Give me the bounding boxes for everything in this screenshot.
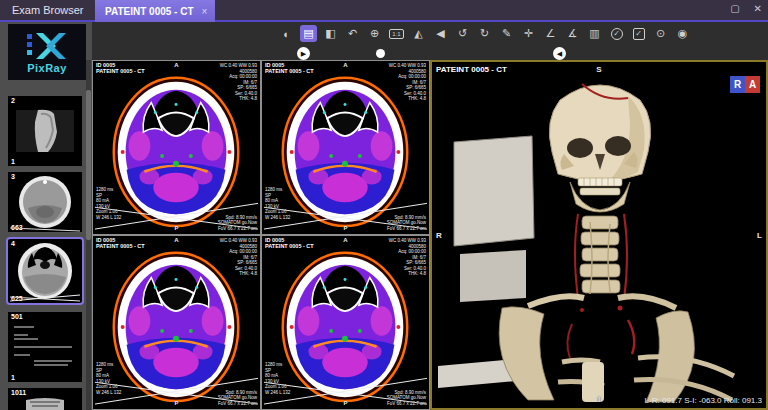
series-sidebar: PixRay 2 1 3 663 — [0, 22, 92, 410]
thumb-bottom-label: 663 — [11, 224, 23, 231]
orientation-marker-inferior: I — [598, 395, 600, 404]
thumb-bottom-label: 625 — [11, 295, 23, 302]
layers-icon[interactable]: ▤ — [300, 25, 317, 42]
panel3d-title: PATEINT 0005 - CT — [436, 65, 507, 74]
thumb-bottom-label: 1 — [11, 374, 15, 381]
brain-thumb-image-selected — [8, 239, 82, 303]
overlay-visibility-icon[interactable]: ◉ — [674, 25, 691, 42]
flip-vertical-icon[interactable]: ◀ — [432, 25, 449, 42]
ct-viewport[interactable]: ID 0005 PATEINT 0005 - CT A WC 0.40 WW 0… — [92, 60, 261, 235]
scanner-overlay: Spd: 8.90 mm/s SOMATOM go.Now FoV 66.7 x… — [218, 215, 257, 232]
technique-overlay: 1280 ms SP 80 mA 130 kV Zoom 1.06 W 246 … — [265, 362, 290, 395]
actual-size-icon[interactable]: 1:1 — [388, 25, 405, 42]
patient-id-overlay: ID 0005 PATEINT 0005 - CT — [96, 63, 145, 74]
sidebar-scrollbar[interactable] — [86, 60, 91, 410]
orientation-marker-left: L — [757, 231, 762, 240]
scanner-overlay: Spd: 8.90 mm/s SOMATOM go.Now FoV 66.7 x… — [218, 390, 257, 407]
technique-overlay: 1280 ms SP 80 mA 130 kV Zoom 1.06 W 246 … — [96, 187, 121, 220]
acquisition-overlay: WC 0.40 WW 0.93 4000580 Acq: 00:00:00 IM… — [220, 63, 257, 102]
series-thumbnail-dose-report[interactable]: 501 1 — [8, 312, 82, 382]
window-controls: ▢ ✕ — [730, 3, 762, 14]
series-thumbnail-scout-2[interactable]: 1011 — [8, 388, 82, 410]
orientation-marker-anterior: A — [343, 63, 347, 69]
cine-transport: ▶ ◀ — [92, 47, 768, 61]
tab-patient-0005-ct[interactable]: PATEINT 0005 - CT × — [95, 0, 215, 22]
invert-icon[interactable]: ◧ — [322, 25, 339, 42]
thumb-bottom-label: 1 — [11, 158, 15, 165]
orientation-marker-posterior: P — [174, 401, 178, 407]
thumb-top-label: 3 — [11, 173, 15, 180]
pixray-logo-text: PixRay — [27, 62, 67, 74]
toolbar: ◐▤◧↶⊕1:1◭◀↺↻✎✛∠∡▥✓✓⊙◉ ▶ ◀ — [92, 22, 768, 60]
scanner-overlay: Spd: 8.90 mm/s SOMATOM go.Now FoV 66.7 x… — [387, 215, 426, 232]
technique-overlay: 1280 ms SP 80 mA 130 kV Zoom 1.06 W 246 … — [96, 362, 121, 395]
exam-browser-label[interactable]: Exam Browser — [12, 4, 84, 16]
patient-id-overlay: ID 0005 PATEINT 0005 - CT — [265, 63, 314, 74]
orientation-marker-posterior: P — [174, 226, 178, 232]
contrast-icon[interactable]: ◐ — [278, 25, 295, 42]
orientation-marker-superior: S — [596, 65, 601, 74]
volume-render-panel[interactable]: PATEINT 0005 - CT S I R L R A L-R: 091.7… — [430, 60, 768, 410]
prev-button[interactable]: ◀ — [553, 47, 566, 60]
series-thumbnail-brain-1[interactable]: 3 663 — [8, 172, 82, 232]
tab-label: PATEINT 0005 - CT — [105, 6, 194, 17]
thumb-top-label: 501 — [11, 313, 23, 320]
annotate-icon[interactable]: ✎ — [498, 25, 515, 42]
undo-icon[interactable]: ↶ — [344, 25, 361, 42]
thumb-top-label: 1011 — [11, 389, 26, 396]
titlebar: Exam Browser PATEINT 0005 - CT × ▢ ✕ — [0, 0, 768, 22]
series-thumbnail-brain-selected[interactable]: 4 625 — [8, 239, 82, 303]
orientation-marker-right: R — [436, 231, 442, 240]
orientation-marker-anterior: A — [343, 238, 347, 244]
viewport-grid: ID 0005 PATEINT 0005 - CT A WC 0.40 WW 0… — [92, 60, 430, 410]
thumb-top-label: 4 — [11, 240, 15, 247]
rotate-ccw-icon[interactable]: ↺ — [454, 25, 471, 42]
angle-icon[interactable]: ∠ — [542, 25, 559, 42]
patient-id-overlay: ID 0005 PATEINT 0005 - CT — [265, 238, 314, 249]
location-pin-icon[interactable]: ⊙ — [652, 25, 669, 42]
pixray-window: Exam Browser PATEINT 0005 - CT × ▢ ✕ ◐▤◧… — [0, 0, 768, 410]
zoom-in-icon[interactable]: ⊕ — [366, 25, 383, 42]
ct-viewport[interactable]: ID 0005 PATEINT 0005 - CT A WC 0.40 WW 0… — [261, 235, 430, 410]
checkbox-icon[interactable]: ✓ — [630, 25, 647, 42]
pixray-logo: PixRay — [8, 24, 86, 80]
play-button[interactable]: ▶ — [297, 47, 310, 60]
acquisition-overlay: WC 0.40 WW 0.93 4000580 Acq: 00:00:00 IM… — [389, 238, 426, 277]
ct-viewport[interactable]: ID 0005 PATEINT 0005 - CT A WC 0.40 WW 0… — [92, 235, 261, 410]
brain-thumb-image — [8, 172, 82, 232]
histogram-icon[interactable]: ▥ — [586, 25, 603, 42]
probe-icon[interactable]: ✛ — [520, 25, 537, 42]
scanner-overlay: Spd: 8.90 mm/s SOMATOM go.Now FoV 66.7 x… — [387, 390, 426, 407]
orientation-cube-anterior-face: A — [745, 76, 760, 93]
orientation-cube-right-face: R — [730, 76, 745, 93]
orientation-marker-posterior: P — [343, 401, 347, 407]
acquisition-overlay: WC 0.40 WW 0.93 4000580 Acq: 00:00:00 IM… — [389, 63, 426, 102]
orientation-marker-posterior: P — [343, 226, 347, 232]
tool-strip: ◐▤◧↶⊕1:1◭◀↺↻✎✛∠∡▥✓✓⊙◉ — [278, 25, 691, 42]
rotation-readout: L-R: 091.7 S-I: -063.0 Roll: 091.3 — [645, 396, 762, 405]
scout-thumb-image — [8, 96, 82, 166]
rotate-cw-icon[interactable]: ↻ — [476, 25, 493, 42]
orientation-cube[interactable]: R A — [730, 76, 760, 93]
thumb-top-label: 2 — [11, 97, 15, 104]
flip-horizontal-icon[interactable]: ◭ — [410, 25, 427, 42]
volume-render-image — [432, 62, 766, 408]
tab-close-icon[interactable]: × — [202, 6, 208, 17]
maximize-icon[interactable]: ▢ — [730, 3, 739, 14]
pixray-logo-icon — [25, 31, 69, 61]
orientation-marker-anterior: A — [174, 63, 178, 69]
orientation-marker-anterior: A — [174, 238, 178, 244]
ct-viewport[interactable]: ID 0005 PATEINT 0005 - CT A WC 0.40 WW 0… — [261, 60, 430, 235]
series-thumbnail-scout[interactable]: 2 1 — [8, 96, 82, 166]
cobb-angle-icon[interactable]: ∡ — [564, 25, 581, 42]
patient-id-overlay: ID 0005 PATEINT 0005 - CT — [96, 238, 145, 249]
technique-overlay: 1280 ms SP 80 mA 130 kV Zoom 1.06 W 246 … — [265, 187, 290, 220]
verify-icon[interactable]: ✓ — [608, 25, 625, 42]
acquisition-overlay: WC 0.40 WW 0.93 4000580 Acq: 00:00:00 IM… — [220, 238, 257, 277]
sidebar-scrollbar-thumb[interactable] — [86, 90, 91, 240]
close-icon[interactable]: ✕ — [754, 3, 762, 14]
cine-position-dot[interactable] — [376, 49, 385, 58]
